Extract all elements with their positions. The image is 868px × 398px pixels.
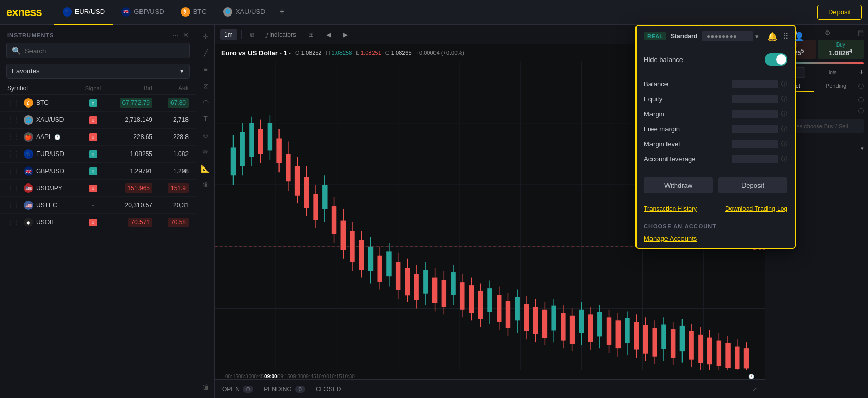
margin-level-value: ⓘ: [732, 140, 787, 148]
choose-account-label: CHOOSE AN ACCOUNT: [644, 223, 787, 229]
favorites-dropdown[interactable]: Favorites ▾: [6, 64, 190, 79]
ustec-symbol-icon: 🇺🇸: [24, 201, 33, 210]
svg-rect-24: [276, 139, 281, 163]
svg-rect-56: [423, 270, 428, 293]
tab-gbpusd[interactable]: 🇬🇧 GBP/USD: [113, 0, 173, 25]
search-input[interactable]: [25, 47, 184, 55]
eurusd-icon: 🇪🇺: [63, 7, 72, 17]
list-item[interactable]: ⋮⋮ 🍎 AAPL 🕐 ↓ 228.65 228.8: [0, 129, 196, 146]
svg-rect-88: [570, 316, 575, 344]
drag-handle-icon: ⋮⋮: [7, 202, 20, 209]
line-tool-icon[interactable]: ╱: [198, 45, 213, 60]
add-lot-icon[interactable]: +: [859, 68, 864, 77]
list-item[interactable]: ⋮⋮ 🌐 XAU/USD ↓ 2,718.149 2,718: [0, 112, 196, 129]
margin-level-info-icon[interactable]: ⓘ: [781, 140, 787, 148]
equity-info-icon[interactable]: ⓘ: [781, 95, 787, 103]
svg-rect-46: [377, 256, 382, 282]
tab-btc[interactable]: ₿ BTC: [173, 0, 215, 25]
nav-fwd-button[interactable]: ▶: [339, 29, 352, 40]
nav-back-button[interactable]: ◀: [322, 29, 335, 40]
toolbar-separator: [241, 30, 242, 39]
list-item[interactable]: ⋮⋮ ◆ USOIL ↓ 70.571 70.58: [0, 214, 196, 231]
pending-order-tab[interactable]: Pending: [814, 81, 858, 92]
deposit-button[interactable]: Deposit: [817, 5, 862, 20]
hide-balance-toggle[interactable]: [765, 53, 787, 66]
search-bar[interactable]: 🔍: [6, 43, 190, 58]
balance-info-icon[interactable]: ⓘ: [781, 80, 787, 88]
transaction-history-link[interactable]: Transaction History: [644, 205, 697, 212]
svg-rect-30: [304, 177, 309, 208]
pencil-tool-icon[interactable]: ✏: [198, 145, 213, 159]
account-deposit-button[interactable]: Deposit: [718, 177, 787, 193]
panel-close-icon[interactable]: ✕: [183, 31, 189, 39]
layout-button[interactable]: ⊞: [304, 29, 318, 40]
account-leverage-label: Account leverage: [644, 155, 695, 163]
action-buttons-row: Withdraw Deposit: [637, 171, 795, 200]
arc-tool-icon[interactable]: ◠: [198, 95, 213, 110]
free-margin-info-icon[interactable]: ⓘ: [781, 125, 787, 133]
free-margin-label: Free margin: [644, 125, 680, 133]
margin-info-icon[interactable]: ⓘ: [781, 110, 787, 118]
svg-rect-122: [725, 343, 730, 368]
time-label: 10:30: [342, 374, 355, 379]
add-tab-button[interactable]: +: [273, 4, 290, 21]
channel-tool-icon[interactable]: ⧖: [198, 79, 213, 93]
list-item[interactable]: ⋮⋮ 🇬🇧 GBP/USD ↑ 1.29791 1.298: [0, 163, 196, 180]
timeframe-1m-button[interactable]: 1m: [220, 29, 237, 40]
svg-rect-106: [652, 328, 657, 357]
svg-rect-64: [460, 282, 464, 310]
signal-usdjpy: ↓: [80, 185, 106, 192]
chart-type-button[interactable]: ⎚: [246, 29, 258, 40]
hlines-tool-icon[interactable]: ≡: [198, 62, 213, 76]
indicators-button[interactable]: 𝑓 Indicators: [262, 29, 300, 40]
panel-menu-icon[interactable]: ⋯: [172, 31, 179, 39]
masked-value-bar: [732, 80, 778, 88]
eye-tool-icon[interactable]: 👁: [198, 178, 213, 192]
svg-rect-96: [607, 317, 611, 345]
order-settings-icon[interactable]: ⚙: [825, 29, 831, 37]
list-item[interactable]: ⋮⋮ 🇺🇸 USTEC - 20,310.57 20,31: [0, 197, 196, 214]
expand-icon[interactable]: ⤢: [752, 386, 757, 393]
svg-rect-34: [322, 185, 327, 209]
manage-accounts-link[interactable]: Manage Accounts: [644, 233, 697, 244]
tab-xauusd-label: XAU/USD: [236, 8, 266, 16]
grid-icon[interactable]: ⠿: [783, 32, 789, 41]
account-leverage-info-icon[interactable]: ⓘ: [781, 155, 787, 163]
svg-rect-100: [625, 318, 629, 343]
list-item[interactable]: ⋮⋮ 🇪🇺 EUR/USD ↑ 1.08255 1.082: [0, 146, 196, 163]
time-label: 09:15: [277, 374, 290, 379]
choose-account-section: CHOOSE AN ACCOUNT Manage Accounts: [637, 218, 795, 248]
pending-label: PENDING: [264, 386, 292, 393]
time-label: 08:30: [238, 374, 251, 379]
withdraw-button[interactable]: Withdraw: [644, 177, 713, 193]
crosshair-tool-icon[interactable]: ✛: [198, 29, 213, 43]
ohlc-change: +0.00004 (+0.00%): [416, 50, 464, 56]
tab-eurusd[interactable]: 🇪🇺 EUR/USD: [54, 0, 114, 25]
balance-label: Balance: [644, 80, 668, 88]
svg-rect-60: [442, 280, 446, 307]
svg-rect-114: [689, 331, 693, 360]
text-tool-icon[interactable]: T: [198, 112, 213, 126]
svg-rect-90: [579, 310, 584, 333]
open-tab[interactable]: OPEN 0: [222, 386, 253, 393]
signal-xauusd: ↓: [80, 116, 106, 124]
trash-tool-icon[interactable]: 🗑: [198, 379, 213, 394]
drag-handle-icon: ⋮⋮: [7, 99, 20, 106]
svg-rect-38: [341, 221, 346, 250]
margin-dropdown-icon[interactable]: ▾: [861, 145, 864, 152]
buy-price-box[interactable]: Buy 1.08264: [818, 40, 864, 59]
list-item[interactable]: ⋮⋮ ₿ BTC ↑ 67,772.79 67,80: [0, 95, 196, 112]
pending-tab[interactable]: PENDING 0: [264, 386, 305, 393]
order-filter-icon[interactable]: ▤: [858, 29, 864, 37]
ask-usdjpy: 151.9: [152, 185, 189, 192]
download-trading-log-link[interactable]: Download Trading Log: [725, 205, 787, 212]
ruler-tool-icon[interactable]: 📐: [198, 161, 213, 176]
list-item[interactable]: ⋮⋮ 🇺🇸 USD/JPY ↓ 151.965 151.9: [0, 180, 196, 197]
user-profile-icon[interactable]: 👤: [794, 32, 804, 41]
tab-xauusd[interactable]: 🌐 XAU/USD: [215, 0, 274, 25]
chevron-down-account-icon[interactable]: ▾: [755, 33, 759, 40]
label-tool-icon[interactable]: ☺: [198, 128, 213, 143]
time-label: 10:15: [329, 374, 342, 379]
alarm-clock-icon[interactable]: 🔔: [767, 32, 778, 41]
closed-tab[interactable]: CLOSED: [316, 386, 341, 393]
